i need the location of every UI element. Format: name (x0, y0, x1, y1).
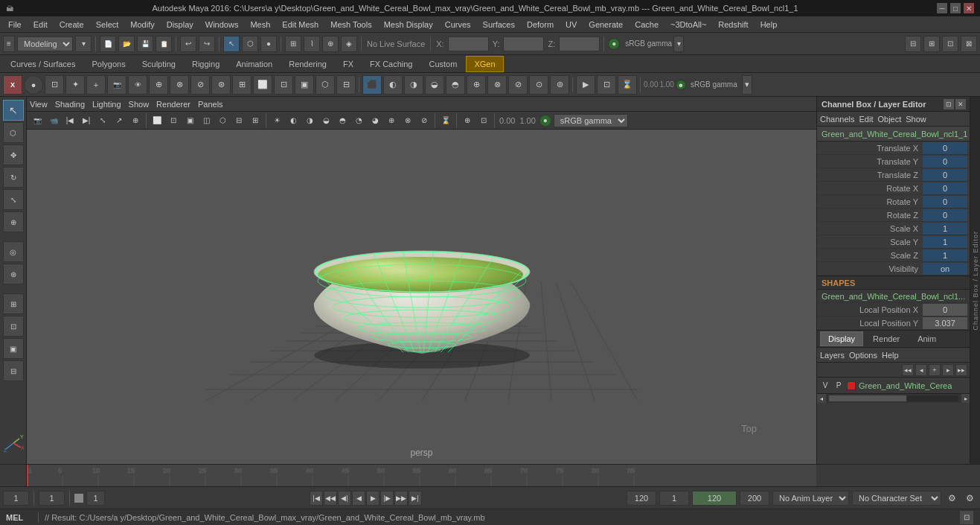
tb2-component3[interactable]: ✦ (65, 75, 85, 95)
paint-btn[interactable]: ● (260, 36, 277, 52)
tab-polygons[interactable]: Polygons (84, 56, 132, 72)
menu-display[interactable]: Display (161, 19, 199, 31)
lasso-tool-btn[interactable]: ⬡ (3, 122, 24, 143)
pb-end-btn[interactable]: ▶| (409, 491, 422, 506)
vp-light3[interactable]: ◑ (302, 113, 317, 128)
vp-wire2[interactable]: ⊡ (166, 113, 181, 128)
menu-generate[interactable]: Generate (583, 19, 628, 31)
tb2-tool1[interactable]: ⊗ (170, 75, 189, 95)
tab-xgen[interactable]: XGen (466, 56, 503, 72)
vp-tool2[interactable]: ↗ (112, 113, 126, 128)
tb2-camera[interactable]: 📷 (107, 75, 126, 95)
tb2-transform[interactable]: ⊕ (149, 75, 168, 95)
menu-curves[interactable]: Curves (440, 19, 476, 31)
menu-deform[interactable]: Deform (522, 19, 559, 31)
frame-current-input[interactable] (39, 491, 65, 506)
tb2-wire1[interactable]: ⬜ (253, 75, 272, 95)
vp-menu-view[interactable]: View (30, 100, 48, 109)
snap-point-btn[interactable]: ⊕ (322, 36, 339, 52)
tb2-shading1[interactable]: ⬛ (362, 75, 382, 95)
mode-dropdown-btn[interactable]: ▾ (75, 36, 92, 52)
tab-render[interactable]: Render (865, 331, 908, 346)
tb2-render2[interactable]: ⊡ (597, 75, 616, 95)
tab-curves-surfaces[interactable]: Curves / Surfaces (3, 56, 83, 72)
close-button[interactable]: ✕ (964, 3, 974, 13)
channel-rotate-z[interactable]: Rotate Z 0 (817, 209, 970, 222)
range-end2-input[interactable] (740, 491, 769, 506)
vp-camera-btn[interactable]: 📷 (30, 113, 45, 128)
vp-camera2-btn[interactable]: 📹 (46, 113, 61, 128)
tab-animation[interactable]: Animation (228, 56, 280, 72)
shape-channel-localposX[interactable]: Local Position X 0 (817, 303, 970, 316)
vp-aa[interactable]: ⊗ (400, 113, 415, 128)
tb2-component1[interactable]: ● (24, 75, 43, 95)
select-btn[interactable]: ↖ (223, 36, 240, 52)
show-manip-btn[interactable]: ⊛ (3, 264, 24, 284)
channel-scale-z[interactable]: Scale Z 1 (817, 249, 970, 262)
tb2-wire4[interactable]: ⬡ (316, 75, 335, 95)
vp-iso[interactable]: ⊕ (460, 113, 475, 128)
tb2-select-mask[interactable]: X (3, 75, 22, 95)
tb2-snap3[interactable]: ⊘ (508, 75, 528, 95)
vp-anim[interactable]: ⌛ (438, 113, 453, 128)
tb2-gamma-dd[interactable]: ▾ (742, 75, 752, 95)
anim-layer-select[interactable]: No Anim Layer (772, 491, 849, 506)
cb-menu-channels[interactable]: Channels (820, 115, 854, 124)
tb2-snap1[interactable]: ⊕ (467, 75, 486, 95)
snap-grid-btn[interactable]: ⊞ (285, 36, 301, 52)
channel-scale-y[interactable]: Scale Y 1 (817, 235, 970, 249)
channel-translate-z[interactable]: Translate Z 0 (817, 168, 970, 182)
range-start-input[interactable] (659, 491, 689, 506)
vp-menu-shading[interactable]: Shading (55, 100, 85, 109)
snap-curve-btn[interactable]: ⌇ (304, 36, 320, 52)
vp-menu-renderer[interactable]: Renderer (156, 100, 190, 109)
save-scene-btn[interactable]: 💾 (137, 36, 153, 52)
channel-visibility[interactable]: Visibility on (817, 262, 970, 276)
pb-next-btn[interactable]: ▶▶ (394, 491, 408, 506)
cb-menu-edit[interactable]: Edit (859, 115, 873, 124)
mode-select[interactable]: Modeling (17, 36, 73, 51)
tb2-shading4[interactable]: ◒ (425, 75, 444, 95)
layer-arrow-2[interactable]: ◂ (915, 364, 927, 376)
new-scene-btn[interactable]: 📄 (100, 36, 116, 52)
menu-edit-mesh[interactable]: Edit Mesh (277, 19, 324, 31)
channel-translate-x[interactable]: Translate X 0 (817, 141, 970, 155)
tb2-tool3[interactable]: ⊛ (211, 75, 231, 95)
pb-prev-btn[interactable]: ◀◀ (324, 491, 337, 506)
cb-close-btn[interactable]: ✕ (955, 99, 966, 109)
toolbar-menu-btn[interactable]: ≡ (3, 36, 15, 52)
tab-anim[interactable]: Anim (909, 331, 944, 346)
cb-menu-object[interactable]: Object (877, 115, 901, 124)
dsm-layers[interactable]: Layers (820, 351, 845, 360)
tb2-wire3[interactable]: ▣ (295, 75, 314, 95)
z-input[interactable] (559, 36, 600, 51)
redo-btn[interactable]: ↪ (199, 36, 215, 52)
menu-create[interactable]: Create (54, 19, 89, 31)
anim-settings-btn[interactable]: ⚙ (962, 491, 977, 506)
menu-mesh-display[interactable]: Mesh Display (379, 19, 438, 31)
vp-light1[interactable]: ☀ (269, 113, 284, 128)
layer-arrow-3[interactable]: ▸ (942, 364, 954, 376)
vp-light4[interactable]: ◒ (318, 113, 333, 128)
minimize-button[interactable]: ─ (937, 3, 947, 13)
tb2-shading3[interactable]: ◑ (404, 75, 423, 95)
vp-light2[interactable]: ◐ (286, 113, 301, 128)
vp-light7[interactable]: ◕ (368, 113, 382, 128)
layer-arrow-4[interactable]: ▸▸ (955, 364, 967, 376)
vp-prevframe-btn[interactable]: |◀ (63, 113, 77, 128)
y-input[interactable] (503, 36, 544, 51)
tb2-snap5[interactable]: ⊚ (550, 75, 569, 95)
menu-modify[interactable]: Modify (125, 19, 159, 31)
channel-rotate-x[interactable]: Rotate X 0 (817, 182, 970, 195)
vp-wire4[interactable]: ◫ (199, 113, 214, 128)
cb-float-btn[interactable]: ⊡ (944, 99, 954, 109)
menu-help[interactable]: Help (755, 19, 783, 31)
shape-item[interactable]: Green_and_White_Cereal_Bowl_ncl1... (817, 290, 970, 303)
vp-menu-panels[interactable]: Panels (198, 100, 223, 109)
frame-start-input[interactable] (3, 491, 29, 506)
playback-settings-btn[interactable]: ⚙ (944, 491, 959, 506)
layout-btn3[interactable]: ⊡ (942, 36, 958, 52)
tb2-snap4[interactable]: ⊙ (529, 75, 548, 95)
lasso-btn[interactable]: ⬡ (242, 36, 258, 52)
render-settings-btn[interactable]: ● (608, 38, 620, 50)
